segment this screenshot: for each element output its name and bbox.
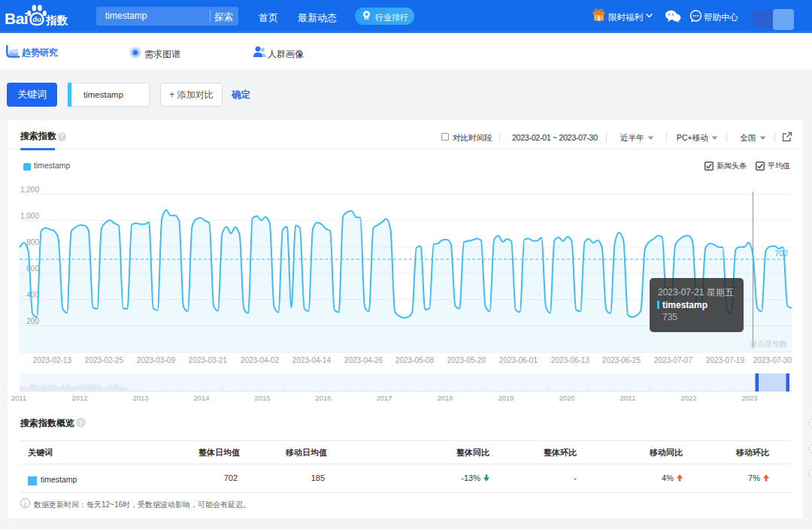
svg-text:du: du (32, 15, 41, 23)
svg-text:702: 702 (774, 249, 788, 258)
svg-text:2023-04-02: 2023-04-02 (241, 356, 280, 364)
svg-text:2023-07-30: 2023-07-30 (753, 356, 792, 364)
svg-text:2023-04-14: 2023-04-14 (292, 356, 332, 364)
svg-text:2011: 2011 (11, 394, 26, 402)
svg-text:2017: 2017 (376, 394, 392, 402)
svg-text:1,000: 1,000 (20, 212, 39, 220)
svg-text:2023-02-25: 2023-02-25 (85, 356, 124, 364)
svg-text:2023-06-25: 2023-06-25 (602, 356, 641, 364)
svg-text:2023-03-21: 2023-03-21 (189, 356, 228, 364)
svg-text:2023-07-19: 2023-07-19 (706, 356, 745, 364)
svg-text:2019: 2019 (498, 394, 514, 402)
svg-text:2018: 2018 (437, 394, 453, 402)
svg-text:2023-04-26: 2023-04-26 (344, 356, 383, 364)
svg-text:2021: 2021 (620, 394, 635, 402)
svg-text:2023-02-13: 2023-02-13 (33, 356, 72, 364)
svg-text:2023-05-08: 2023-05-08 (395, 356, 435, 364)
svg-text:2023-07-07: 2023-07-07 (654, 356, 693, 364)
svg-text:2016: 2016 (315, 394, 331, 402)
svg-text:2023-03-09: 2023-03-09 (137, 356, 176, 364)
svg-text:2023-06-01: 2023-06-01 (499, 356, 538, 364)
svg-text:2013: 2013 (132, 394, 148, 402)
svg-text:2023-06-13: 2023-06-13 (551, 356, 590, 364)
svg-text:2022: 2022 (680, 394, 696, 402)
svg-text:@百度指数: @百度指数 (750, 340, 787, 348)
svg-text:2023: 2023 (741, 394, 757, 402)
svg-text:2015: 2015 (254, 394, 270, 402)
svg-text:2020: 2020 (559, 394, 574, 402)
svg-text:1,200: 1,200 (20, 186, 39, 194)
svg-text:800: 800 (26, 238, 39, 246)
svg-text:2023-05-20: 2023-05-20 (447, 356, 486, 364)
svg-text:2012: 2012 (71, 394, 87, 402)
svg-text:2014: 2014 (193, 394, 209, 402)
